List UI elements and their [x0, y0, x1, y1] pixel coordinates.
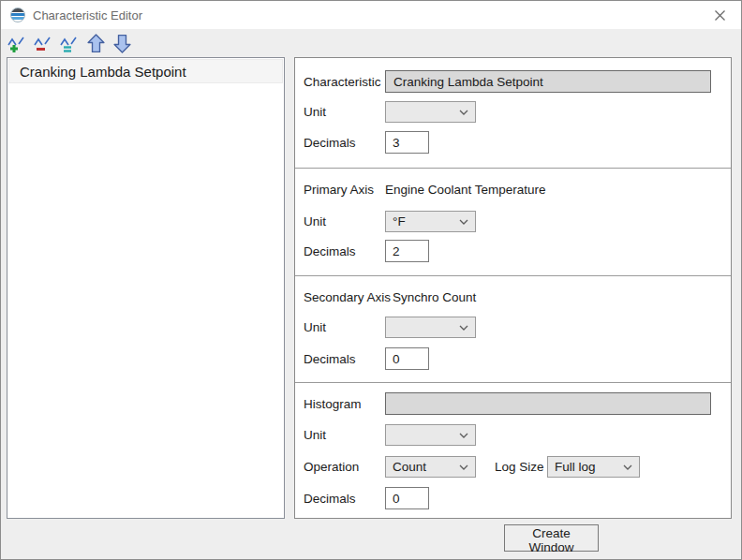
- toolbar: [1, 29, 741, 57]
- move-down-icon: [112, 34, 132, 53]
- chevron-down-icon: [623, 464, 632, 470]
- remove-characteristic-button[interactable]: [32, 31, 54, 55]
- decimals-label: Decimals: [304, 352, 385, 366]
- histogram-unit-row: Unit: [304, 423, 722, 446]
- operation-dropdown[interactable]: Count: [385, 456, 476, 478]
- characteristic-row: Characteristic Cranking Lambda Setpoint: [304, 70, 722, 93]
- operation-row: Operation Count Log Size Full log: [304, 455, 722, 478]
- section-divider: [295, 275, 731, 276]
- secondary-unit-dropdown[interactable]: [385, 317, 476, 338]
- decimals-label: Decimals: [304, 492, 385, 506]
- chevron-down-icon: [459, 110, 468, 115]
- list-item-characteristic[interactable]: Cranking Lambda Setpoint: [8, 59, 283, 83]
- chevron-down-icon: [459, 433, 468, 438]
- editor-form: Characteristic Cranking Lambda Setpoint …: [294, 57, 732, 519]
- characteristic-unit-row: Unit: [304, 100, 722, 123]
- histogram-unit-dropdown[interactable]: [385, 424, 476, 446]
- histogram-label: Histogram: [304, 397, 385, 411]
- primary-axis-value: Engine Coolant Temperature: [385, 183, 546, 197]
- primary-unit-value: °F: [393, 214, 406, 228]
- move-down-button[interactable]: [111, 31, 133, 55]
- histogram-decimals-row: Decimals: [304, 487, 722, 509]
- secondary-axis-value: Synchro Count: [393, 290, 476, 304]
- histogram-row: Histogram: [304, 392, 722, 415]
- close-button[interactable]: [699, 1, 741, 29]
- curve-equals-icon: [60, 34, 80, 53]
- decimals-label: Decimals: [304, 244, 385, 258]
- characteristic-label: Characteristic: [304, 75, 385, 89]
- unit-label: Unit: [304, 214, 385, 228]
- primary-axis-row: Primary Axis Engine Coolant Temperature: [304, 178, 722, 200]
- characteristic-list: Cranking Lambda Setpoint: [7, 57, 285, 519]
- primary-decimals-row: Decimals: [304, 240, 722, 262]
- chevron-down-icon: [459, 464, 468, 470]
- characteristic-decimals-input[interactable]: [385, 131, 429, 154]
- histogram-field[interactable]: [385, 392, 711, 415]
- primary-decimals-input[interactable]: [385, 240, 429, 262]
- window-title: Characteristic Editor: [33, 8, 142, 22]
- create-window-button[interactable]: Create Window: [504, 524, 599, 552]
- curve-remove-icon: [34, 34, 53, 53]
- characteristic-decimals-row: Decimals: [304, 131, 722, 154]
- primary-unit-dropdown[interactable]: °F: [385, 211, 476, 232]
- curve-add-icon: [7, 34, 27, 53]
- move-up-icon: [86, 34, 106, 53]
- operation-value: Count: [393, 460, 426, 474]
- section-divider: [295, 382, 731, 383]
- characteristic-unit-dropdown[interactable]: [385, 101, 476, 123]
- secondary-axis-label: Secondary Axis: [304, 290, 393, 304]
- chevron-down-icon: [459, 219, 468, 225]
- chevron-down-icon: [459, 325, 468, 331]
- unit-label: Unit: [304, 105, 385, 119]
- secondary-axis-row: Secondary Axis Synchro Count: [304, 286, 722, 308]
- primary-unit-row: Unit °F: [304, 210, 722, 232]
- unit-label: Unit: [304, 428, 385, 442]
- operation-label: Operation: [304, 460, 385, 474]
- decimals-label: Decimals: [304, 136, 385, 150]
- log-size-label: Log Size: [495, 460, 547, 474]
- histogram-decimals-input[interactable]: [385, 487, 429, 509]
- add-characteristic-button[interactable]: [6, 31, 28, 55]
- unit-label: Unit: [304, 320, 385, 334]
- characteristic-editor-window: Characteristic Editor: [0, 0, 742, 560]
- match-characteristic-button[interactable]: [58, 31, 81, 55]
- titlebar: Characteristic Editor: [1, 1, 741, 29]
- log-size-value: Full log: [555, 460, 596, 474]
- close-icon: [714, 9, 726, 22]
- app-icon: [10, 7, 25, 22]
- primary-axis-label: Primary Axis: [304, 183, 385, 197]
- log-size-dropdown[interactable]: Full log: [547, 456, 640, 478]
- section-divider: [295, 168, 731, 169]
- secondary-decimals-input[interactable]: [385, 347, 429, 370]
- move-up-button[interactable]: [84, 31, 107, 55]
- characteristic-field[interactable]: Cranking Lambda Setpoint: [385, 70, 711, 93]
- secondary-unit-row: Unit: [304, 316, 722, 338]
- secondary-decimals-row: Decimals: [304, 347, 722, 370]
